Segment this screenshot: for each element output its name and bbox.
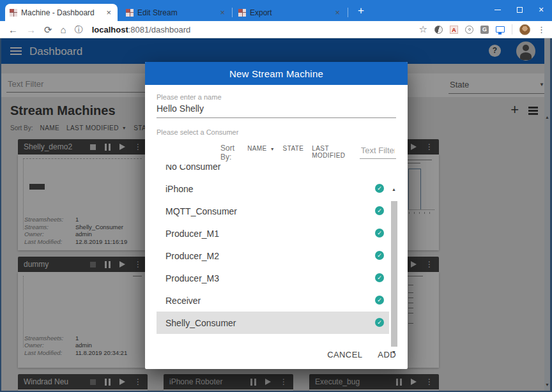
consumer-item-producer-m3[interactable]: Producer_M3 ✓ [157, 267, 389, 289]
sort-option-last-modified[interactable]: LAST MODIFIED [312, 145, 351, 159]
window-controls: × [487, 0, 552, 19]
consumer-name: iPhone [165, 184, 194, 194]
forward-icon[interactable]: → [26, 25, 36, 34]
check-circle-icon: ✓ [375, 229, 384, 237]
browser-toolbar: ← → ⟳ ⌂ ⓘ localhost:8081/dashboard ☆ A G… [0, 21, 552, 38]
toolbar-divider [512, 24, 512, 34]
tab-close-icon[interactable]: × [333, 8, 342, 17]
check-circle-icon: ✓ [375, 206, 384, 215]
consumer-item-shelly-consumer[interactable]: Shelly_Consumer ✓ [157, 312, 389, 334]
consumer-name: Producer_M2 [165, 251, 219, 261]
tab-title: Edit Stream [137, 8, 214, 17]
extension-pdf-icon[interactable]: A [450, 26, 458, 34]
sort-direction-icon[interactable]: ▼ [270, 147, 275, 151]
consumer-list-scrollbar[interactable]: ▲ ▼ [390, 183, 399, 357]
consumer-item-iphone[interactable]: iPhone ✓ [157, 177, 389, 200]
consumer-filter-field[interactable] [360, 144, 396, 159]
sort-by-label: Sort By: [220, 144, 241, 162]
site-info-icon[interactable]: ⓘ [75, 26, 83, 34]
window-minimize-button[interactable] [487, 0, 509, 19]
consumer-item-receiver[interactable]: Receiver ✓ [157, 289, 389, 312]
cancel-button[interactable]: CANCEL [327, 350, 362, 359]
add-button[interactable]: ADD [378, 350, 396, 359]
window-close-button[interactable]: × [530, 0, 552, 19]
tab-export[interactable]: Export × [234, 4, 346, 21]
reload-icon[interactable]: ⟳ [44, 25, 52, 34]
consumer-name: No Consumer [165, 165, 220, 172]
consumer-item-no-consumer[interactable]: No Consumer [157, 165, 389, 177]
extension-g-icon[interactable]: G [480, 26, 489, 34]
streamsheets-favicon [126, 9, 134, 17]
address-bar[interactable]: localhost:8081/dashboard [92, 25, 191, 34]
consumer-select-label: Please select a Consumer [157, 128, 396, 136]
consumer-item-producer-m1[interactable]: Producer_M1 ✓ [157, 222, 389, 245]
name-input[interactable] [157, 102, 396, 117]
url-path: :8081/dashboard [128, 25, 191, 34]
check-circle-icon: ✓ [375, 273, 384, 282]
consumer-name: MQTT_Consumer [165, 206, 237, 216]
check-circle-icon: ✓ [375, 251, 384, 260]
cast-screen-icon[interactable] [496, 26, 505, 33]
sort-option-state[interactable]: STATE [283, 145, 304, 152]
check-circle-icon: ✓ [375, 184, 384, 193]
tab-separator [232, 8, 233, 17]
consumer-sort-bar: Sort By: NAME ▼ STATE LAST MODIFIED [157, 144, 396, 162]
consumer-name: Receiver [165, 296, 201, 306]
scrollbar-thumb[interactable] [391, 201, 397, 347]
consumer-name: Producer_M1 [165, 229, 219, 239]
browser-menu-icon[interactable]: ⋮ [537, 25, 546, 34]
window-maximize-button[interactable] [509, 0, 530, 19]
tab-close-icon[interactable]: × [104, 8, 113, 17]
consumer-name: Producer_M3 [165, 273, 219, 283]
browser-tab-strip: Machine - Dashboard × Edit Stream × Expo… [0, 0, 552, 21]
dialog-footer: CANCEL ADD [145, 340, 408, 369]
tab-title: Machine - Dashboard [21, 8, 100, 17]
check-circle-icon: ✓ [375, 296, 384, 305]
consumer-item-producer-m2[interactable]: Producer_M2 ✓ [157, 245, 389, 267]
scroll-up-icon[interactable]: ▲ [392, 187, 396, 192]
consumer-list: No Consumer iPhone ✓ MQTT_Consumer ✓ Pro… [157, 165, 389, 338]
name-field-label: Please enter a name [157, 85, 396, 101]
back-icon[interactable]: ← [8, 25, 18, 34]
dialog-title: New Stream Machine [145, 62, 408, 85]
extension-circle-icon[interactable] [434, 26, 443, 34]
name-field[interactable] [157, 102, 396, 118]
consumer-name: Shelly_Consumer [165, 318, 236, 328]
consumer-filter-input[interactable] [360, 144, 396, 158]
new-tab-button[interactable]: + [353, 3, 369, 19]
check-circle-icon: ✓ [375, 318, 384, 327]
tab-separator [348, 8, 348, 17]
extension-swirl-icon[interactable] [465, 26, 473, 34]
tab-edit-stream[interactable]: Edit Stream × [121, 4, 231, 21]
tab-machine-dashboard[interactable]: Machine - Dashboard × [5, 4, 118, 21]
streamsheets-favicon [10, 9, 17, 17]
sort-option-name[interactable]: NAME [247, 145, 267, 152]
consumer-item-mqtt-consumer[interactable]: MQTT_Consumer ✓ [157, 200, 389, 222]
tab-title: Export [250, 8, 329, 17]
tab-close-icon[interactable]: × [218, 8, 227, 17]
bookmark-star-icon[interactable]: ☆ [419, 24, 427, 35]
dialog-body: Please enter a name Please select a Cons… [145, 85, 408, 338]
url-domain: localhost [92, 25, 128, 34]
home-icon[interactable]: ⌂ [61, 25, 66, 34]
new-stream-machine-dialog: New Stream Machine Please enter a name P… [145, 62, 408, 369]
streamsheets-favicon [238, 9, 246, 17]
browser-profile-avatar[interactable] [519, 24, 530, 35]
screen: Machine - Dashboard × Edit Stream × Expo… [0, 0, 552, 392]
